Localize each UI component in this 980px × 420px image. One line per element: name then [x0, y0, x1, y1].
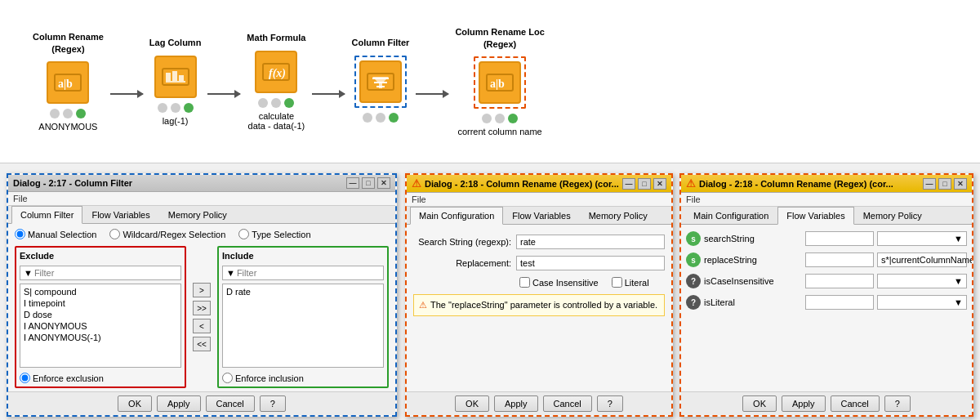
node-math-formula[interactable]: Math Formula f(x) calculate data - data(… — [247, 32, 305, 130]
dialog2-close-btn[interactable]: ✕ — [653, 178, 666, 190]
include-item-1: D rate — [226, 286, 380, 297]
literal-text: Literal — [625, 278, 649, 288]
node-col-rename-regex-1[interactable]: Column Rename(Regex) a|b ANONYMOUS — [33, 31, 104, 132]
search-config-dropdown[interactable]: ▼ — [877, 231, 967, 246]
tab-main-config-2[interactable]: Main Configuration — [410, 207, 503, 225]
tab-main-config-3[interactable]: Main Configuration — [684, 207, 777, 224]
dialog1-ok-btn[interactable]: OK — [118, 395, 152, 412]
literal-config-input[interactable] — [805, 295, 874, 310]
dialog1-close-btn[interactable]: ✕ — [377, 177, 390, 189]
tab-memory-policy-2[interactable]: Memory Policy — [580, 207, 657, 224]
case-config-input[interactable] — [805, 274, 874, 288]
replace-dropdown-value: s*|currentColumnName — [881, 255, 972, 265]
tab-column-filter[interactable]: Column Filter — [11, 206, 82, 224]
node-label-5: corrent column name — [457, 127, 541, 136]
dialog3-menubar[interactable]: File — [681, 193, 972, 207]
dialog2-help-btn[interactable]: ? — [597, 395, 623, 412]
enforce-inclusion-radio[interactable] — [222, 373, 233, 383]
dialog1-apply-btn[interactable]: Apply — [157, 395, 201, 412]
dialog1-file-menu[interactable]: File — [13, 194, 28, 203]
exclude-search[interactable]: ▼ — [20, 266, 181, 280]
tab-memory-policy-1[interactable]: Memory Policy — [159, 206, 236, 223]
tab-flow-variables-3[interactable]: Flow Variables — [777, 207, 853, 225]
tab-flow-variables-1[interactable]: Flow Variables — [82, 206, 158, 223]
search-string-input[interactable] — [516, 235, 665, 249]
dialog2-menubar[interactable]: File — [407, 193, 671, 207]
dialog2-maximize-btn[interactable]: □ — [638, 178, 651, 190]
dialog2-minimize-btn[interactable]: — — [622, 178, 635, 190]
radio-wildcard-input[interactable] — [109, 229, 120, 239]
dialog3-close-btn[interactable]: ✕ — [954, 178, 967, 190]
replacement-input[interactable] — [516, 256, 665, 270]
dialog3-apply-btn[interactable]: Apply — [782, 395, 826, 412]
dot-4-2 — [376, 113, 385, 123]
enforce-exclusion-text: Enforce exclusion — [33, 373, 104, 383]
move-all-right-btn[interactable]: >> — [193, 301, 211, 315]
enforce-exclusion-label[interactable]: Enforce exclusion — [20, 373, 181, 383]
case-insensitive-checkbox[interactable] — [519, 277, 530, 288]
node-col-rename-loc[interactable]: Column Rename Loc(Regex) a|b corrent col… — [455, 26, 544, 136]
radio-wildcard[interactable]: Wildcard/Regex Selection — [109, 229, 225, 239]
search-dropdown-chevron: ▼ — [954, 234, 963, 244]
dialog1-menubar[interactable]: File — [8, 192, 395, 206]
exclude-filter-input[interactable] — [34, 268, 177, 278]
enforce-exclusion-radio[interactable] — [20, 373, 30, 383]
dialog1-minimize-btn[interactable]: — — [346, 177, 359, 189]
dialog1-cancel-btn[interactable]: Cancel — [206, 395, 255, 412]
dialog2-title-left: ⚠ Dialog - 2:18 - Column Rename (Regex) … — [412, 177, 619, 190]
node-dots-5 — [482, 114, 518, 123]
exclude-section: Exclude ▼ S| compound I timepoint D dose… — [15, 246, 186, 388]
case-config-dropdown[interactable]: ▼ — [877, 274, 967, 288]
exclude-list[interactable]: S| compound I timepoint D dose I ANONYMO… — [20, 284, 181, 368]
dialog1-tabs: Column Filter Flow Variables Memory Poli… — [8, 206, 395, 224]
radio-manual[interactable]: Manual Selection — [15, 229, 96, 239]
move-left-btn[interactable]: < — [193, 319, 211, 333]
include-filter-input[interactable] — [237, 268, 380, 278]
dialog3-titlebar: ⚠ Dialog - 2:18 - Column Rename (Regex) … — [681, 175, 972, 193]
radio-type[interactable]: Type Selection — [238, 229, 310, 239]
move-all-left-btn[interactable]: << — [193, 337, 211, 351]
dot-3-2 — [271, 98, 281, 108]
include-search[interactable]: ▼ — [222, 266, 384, 280]
literal-label[interactable]: Literal — [612, 277, 649, 288]
dot-1-3 — [76, 109, 86, 118]
radio-type-input[interactable] — [238, 229, 249, 239]
dialog2-file-menu[interactable]: File — [412, 194, 426, 204]
dialog-col-rename-2: ⚠ Dialog - 2:18 - Column Rename (Regex) … — [405, 173, 673, 417]
dialog3-minimize-btn[interactable]: — — [923, 178, 936, 190]
radio-manual-input[interactable] — [15, 229, 25, 239]
node-lag-column[interactable]: Lag Column lag(-1) — [149, 37, 202, 125]
svg-text:f(x): f(x) — [269, 67, 286, 80]
dot-1-1 — [50, 109, 60, 118]
enforce-inclusion-label[interactable]: Enforce inclusion — [222, 373, 384, 383]
dialog2-apply-btn[interactable]: Apply — [494, 395, 538, 412]
node-col-filter[interactable]: Column Filter — [351, 37, 409, 125]
node-icon-3: f(x) — [255, 51, 297, 93]
replace-config-input[interactable] — [805, 252, 874, 267]
radio-manual-label: Manual Selection — [28, 230, 96, 239]
dialog1-maximize-btn[interactable]: □ — [362, 177, 375, 189]
tab-flow-variables-2[interactable]: Flow Variables — [503, 207, 579, 224]
dialog3-ok-btn[interactable]: OK — [742, 395, 777, 412]
case-insensitive-label[interactable]: Case Insensitive — [519, 277, 599, 288]
move-right-btn[interactable]: > — [193, 283, 211, 297]
dialog3-cancel-btn[interactable]: Cancel — [831, 395, 880, 412]
dialog3-maximize-btn[interactable]: □ — [938, 178, 951, 190]
replace-config-dropdown[interactable]: s*|currentColumnName ▼ — [877, 252, 967, 267]
svg-rect-3 — [166, 73, 171, 81]
search-config-label: searchString — [704, 234, 802, 244]
literal-checkbox[interactable] — [612, 277, 622, 288]
node-dots-1 — [50, 109, 86, 118]
filter-icon — [366, 67, 395, 96]
dialog2-titlebar-buttons: — □ ✕ — [622, 178, 666, 190]
dialog2-content: Search String (regexp): Replacement: Cas… — [407, 225, 671, 391]
dialog3-file-menu[interactable]: File — [686, 194, 701, 204]
literal-config-dropdown[interactable]: ▼ — [877, 295, 967, 310]
tab-memory-policy-3[interactable]: Memory Policy — [854, 207, 931, 224]
dialog1-help-btn[interactable]: ? — [260, 395, 286, 412]
dialog3-help-btn[interactable]: ? — [884, 395, 911, 412]
dialog2-ok-btn[interactable]: OK — [455, 395, 489, 412]
dialog2-cancel-btn[interactable]: Cancel — [543, 395, 592, 412]
include-list[interactable]: D rate — [222, 284, 384, 368]
search-config-input[interactable] — [805, 231, 874, 246]
